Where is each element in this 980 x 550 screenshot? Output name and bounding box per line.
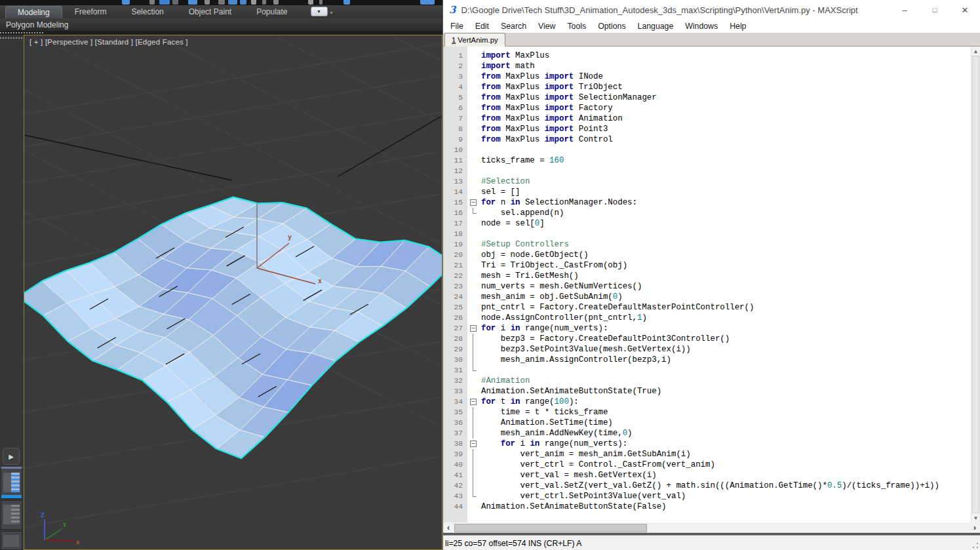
horizontal-scroll-thumb[interactable] bbox=[454, 524, 647, 532]
code-line-30[interactable]: 30 mesh_anim.AssignController(bezp3,i) bbox=[443, 355, 971, 365]
toolbar-icon-sliver[interactable] bbox=[172, 0, 178, 5]
fold-collapse-icon[interactable] bbox=[467, 439, 481, 449]
perspective-viewport[interactable]: [ + ] [Perspective ] [Standard ] [Edged … bbox=[24, 35, 442, 550]
fold-collapse-icon[interactable] bbox=[467, 197, 481, 208]
ribbon-tab-freeform[interactable]: Freeform bbox=[62, 6, 119, 18]
scroll-down-icon[interactable]: ▼ bbox=[971, 513, 980, 522]
toolbar-icon-sliver[interactable] bbox=[251, 0, 256, 5]
code-line-34[interactable]: 34for t in range(100): bbox=[443, 397, 971, 407]
code-line-17[interactable]: 17node = sel[0] bbox=[443, 218, 971, 229]
code-line-39[interactable]: 39 vert_anim = mesh_anim.GetSubAnim(i) bbox=[443, 449, 971, 460]
toolbar-icon-sliver[interactable] bbox=[188, 0, 197, 5]
vertical-scroll-thumb[interactable] bbox=[972, 56, 979, 513]
code-line-26[interactable]: 26node.AssignController(pnt_cntrl,1) bbox=[443, 313, 971, 323]
code-line-27[interactable]: 27for i in range(num_verts): bbox=[443, 323, 971, 334]
code-line-43[interactable]: 43 vert_ctrl.SetPoint3Value(vert_val) bbox=[443, 491, 971, 501]
menu-windows[interactable]: Windows bbox=[679, 22, 724, 31]
code-line-10[interactable]: 10 bbox=[443, 145, 971, 155]
menu-help[interactable]: Help bbox=[724, 22, 752, 31]
code-line-12[interactable]: 12 bbox=[443, 166, 971, 176]
code-line-33[interactable]: 33Animation.SetAnimateButtonState(True) bbox=[443, 386, 971, 397]
code-line-1[interactable]: 1import MaxPlus bbox=[443, 50, 971, 61]
code-line-25[interactable]: 25pnt_cntrl = Factory.CreateDefaultMaste… bbox=[443, 302, 971, 313]
ribbon-options-caret-icon[interactable]: ▾ bbox=[330, 10, 333, 16]
code-line-31[interactable]: 31 bbox=[443, 365, 971, 376]
code-line-2[interactable]: 2import math bbox=[443, 61, 971, 71]
title-bar[interactable]: 3 D:\Google Drive\Tech Stuff\3D_Animatio… bbox=[443, 0, 980, 20]
scroll-left-icon[interactable]: ‹ bbox=[443, 522, 454, 532]
menu-options[interactable]: Options bbox=[592, 22, 631, 31]
code-line-8[interactable]: 8from MaxPlus import Point3 bbox=[443, 124, 971, 134]
code-line-35[interactable]: 35 time = t * ticks_frame bbox=[443, 407, 971, 418]
code-line-42[interactable]: 42 vert_val.SetZ(vert_val.GetZ() + math.… bbox=[443, 481, 971, 491]
toolbar-icon-sliver[interactable] bbox=[122, 0, 130, 5]
code-line-23[interactable]: 23num_verts = mesh.GetNumVertices() bbox=[443, 281, 971, 292]
code-line-3[interactable]: 3from MaxPlus import INode bbox=[443, 71, 971, 82]
ribbon-tab-populate[interactable]: Populate bbox=[244, 6, 300, 18]
code-line-40[interactable]: 40 vert_ctrl = Control._CastFrom(vert_an… bbox=[443, 460, 971, 470]
code-line-20[interactable]: 20obj = node.GetObject() bbox=[443, 250, 971, 260]
ribbon-tab-modeling[interactable]: Modeling bbox=[5, 6, 62, 18]
code-line-28[interactable]: 28 bezp3 = Factory.CreateDefaultPoint3Co… bbox=[443, 334, 971, 344]
scroll-right-icon[interactable]: › bbox=[970, 522, 980, 532]
resize-grip[interactable] bbox=[972, 542, 979, 549]
code-editor[interactable]: 1import MaxPlus2import math3from MaxPlus… bbox=[443, 47, 980, 522]
menu-language[interactable]: Language bbox=[632, 22, 680, 31]
code-line-37[interactable]: 37 mesh_anim.AddNewKey(time,0) bbox=[443, 428, 971, 439]
close-button[interactable]: ✕ bbox=[950, 1, 980, 19]
viewport-layout-tab-1[interactable] bbox=[1, 467, 22, 499]
code-line-16[interactable]: 16 sel.append(n) bbox=[443, 208, 971, 218]
code-line-32[interactable]: 32#Animation bbox=[443, 376, 971, 386]
panel-tab-polygon-modeling[interactable]: Polygon Modeling bbox=[6, 20, 68, 29]
viewport-layout-tab-2[interactable] bbox=[1, 500, 22, 530]
viewport-label[interactable]: [ + ] [Perspective ] [Standard ] [Edged … bbox=[29, 38, 188, 46]
code-line-19[interactable]: 19#Setup Controllers bbox=[443, 239, 971, 250]
ribbon-tab-object-paint[interactable]: Object Paint bbox=[176, 6, 244, 18]
code-line-36[interactable]: 36 Animation.SetTime(time) bbox=[443, 418, 971, 428]
menu-search[interactable]: Search bbox=[495, 22, 532, 31]
viewport-layout-tab-3[interactable] bbox=[1, 531, 22, 550]
toolbar-icon-sliver[interactable] bbox=[420, 0, 435, 5]
code-line-15[interactable]: 15for n in SelectionManager.Nodes: bbox=[443, 197, 971, 208]
code-line-4[interactable]: 4from MaxPlus import TriObject bbox=[443, 82, 971, 92]
code-line-41[interactable]: 41 vert_val = mesh.GetVertex(i) bbox=[443, 470, 971, 481]
code-line-18[interactable]: 18 bbox=[443, 229, 971, 239]
ribbon-minimize-button[interactable]: ▼ bbox=[311, 7, 328, 16]
toolbar-icon-sliver[interactable] bbox=[343, 0, 350, 5]
menu-edit[interactable]: Edit bbox=[469, 22, 495, 31]
toolbar-icon-sliver[interactable] bbox=[319, 0, 323, 5]
code-line-24[interactable]: 24mesh_anim = obj.GetSubAnim(0) bbox=[443, 292, 971, 302]
code-line-13[interactable]: 13#Selection bbox=[443, 176, 971, 187]
toolbar-icon-sliver[interactable] bbox=[159, 0, 170, 5]
code-line-5[interactable]: 5from MaxPlus import SelectionManager bbox=[443, 92, 971, 103]
horizontal-scrollbar[interactable]: ‹ › bbox=[443, 522, 980, 532]
maximize-button[interactable]: □ bbox=[920, 1, 950, 19]
vertical-scrollbar[interactable]: ▲ ▼ bbox=[971, 47, 980, 522]
menu-tools[interactable]: Tools bbox=[561, 22, 592, 31]
code-line-38[interactable]: 38 for i in range(num_verts): bbox=[443, 439, 971, 449]
toolbar-icon-sliver[interactable] bbox=[273, 0, 279, 5]
code-line-29[interactable]: 29 bezp3.SetPoint3Value(mesh.GetVertex(i… bbox=[443, 344, 971, 355]
ribbon-tab-selection[interactable]: Selection bbox=[119, 6, 176, 18]
code-line-6[interactable]: 6from MaxPlus import Factory bbox=[443, 103, 971, 113]
menu-file[interactable]: File bbox=[444, 22, 469, 31]
fold-collapse-icon[interactable] bbox=[467, 397, 481, 407]
layout-tabs-expand-button[interactable]: ▶ bbox=[3, 448, 20, 465]
minimize-button[interactable]: – bbox=[890, 1, 920, 19]
toolbar-icon-sliver[interactable] bbox=[240, 0, 246, 5]
toolbar-icon-sliver[interactable] bbox=[205, 0, 210, 5]
code-line-21[interactable]: 21Tri = TriObject._CastFrom(obj) bbox=[443, 260, 971, 271]
menu-view[interactable]: View bbox=[532, 22, 561, 31]
tab-vertanim[interactable]: 1 VertAnim.py bbox=[444, 33, 505, 47]
fold-collapse-icon[interactable] bbox=[467, 323, 481, 334]
scroll-up-icon[interactable]: ▲ bbox=[971, 47, 980, 56]
toolbar-icon-sliver[interactable] bbox=[228, 0, 237, 5]
toolbar-icon-sliver[interactable] bbox=[149, 0, 155, 5]
toolbar-icon-sliver[interactable] bbox=[262, 0, 266, 5]
code-line-11[interactable]: 11ticks_frame = 160 bbox=[443, 155, 971, 166]
code-line-7[interactable]: 7from MaxPlus import Animation bbox=[443, 113, 971, 124]
code-line-14[interactable]: 14sel = [] bbox=[443, 187, 971, 197]
code-line-9[interactable]: 9from MaxPlus import Control bbox=[443, 134, 971, 145]
toolbar-icon-sliver[interactable] bbox=[308, 0, 313, 5]
code-line-44[interactable]: 44Animation.SetAnimateButtonState(False) bbox=[443, 501, 971, 512]
